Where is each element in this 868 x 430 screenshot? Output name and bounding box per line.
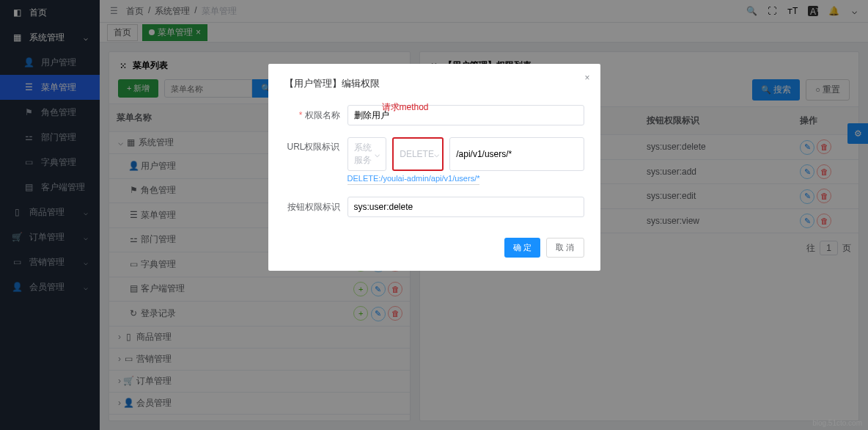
annotation: 请求method: [382, 101, 429, 114]
form-row-name: 权限名称: [284, 105, 584, 125]
btn-perm-input[interactable]: [347, 197, 584, 217]
select-value: DELETE: [400, 149, 434, 159]
field-label: 权限名称: [284, 109, 347, 122]
ok-button[interactable]: 确 定: [504, 238, 540, 258]
dialog-footer: 确 定 取 消: [284, 238, 584, 258]
watermark: blog.51cto.com: [812, 419, 862, 427]
form-row-url: URL权限标识 系统服务⌵ DELETE⌵ DELETE:/youlai-adm…: [284, 137, 584, 185]
chevron-down-icon: ⌵: [375, 149, 380, 159]
close-icon[interactable]: ×: [584, 73, 589, 83]
form-row-btn: 按钮权限标识: [284, 197, 584, 217]
modal-mask[interactable]: × 【用户管理】编辑权限 请求method 权限名称 URL权限标识 系统服务⌵…: [0, 0, 868, 430]
service-select[interactable]: 系统服务⌵: [347, 137, 387, 171]
url-input[interactable]: [449, 137, 584, 171]
field-label: URL权限标识: [284, 137, 347, 153]
url-hint: DELETE:/youlai-admin/api/v1/users/*: [347, 174, 480, 185]
field-label: 按钮权限标识: [284, 201, 347, 214]
chevron-down-icon: ⌵: [434, 149, 439, 159]
dialog-title: 【用户管理】编辑权限: [284, 77, 584, 90]
method-select[interactable]: DELETE⌵: [392, 137, 444, 171]
url-controls: 系统服务⌵ DELETE⌵: [347, 137, 584, 171]
cancel-button[interactable]: 取 消: [546, 238, 584, 258]
select-value: 系统服务: [354, 142, 375, 167]
edit-perm-dialog: × 【用户管理】编辑权限 请求method 权限名称 URL权限标识 系统服务⌵…: [268, 64, 600, 271]
